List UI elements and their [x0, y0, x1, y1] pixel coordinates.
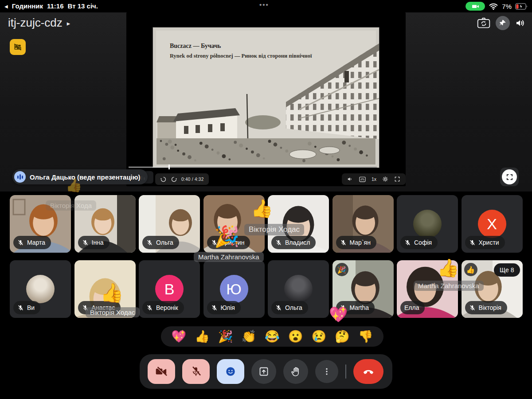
photo-avatar	[26, 275, 55, 303]
participant-row-1: Марта Інна Ольга Христин Владисл	[10, 195, 523, 253]
rewind-button[interactable]	[160, 176, 167, 183]
raise-hand-button[interactable]	[283, 359, 308, 384]
video-progress-bar[interactable]	[129, 167, 377, 168]
audio-activity-icon	[14, 171, 26, 183]
wifi-icon	[489, 3, 498, 10]
participant-name-pill: Веронік	[142, 301, 184, 314]
reaction-button[interactable]: 😢	[311, 331, 326, 343]
mic-muted-icon	[469, 305, 476, 311]
participant-tile-христи[interactable]: X Христи	[462, 195, 523, 253]
participant-tile-веронік[interactable]: В Веронік	[139, 260, 200, 318]
status-time: 11:16	[47, 2, 64, 10]
participant-tile-інна[interactable]: Інна	[74, 195, 136, 253]
reaction-button[interactable]: 💖	[171, 331, 186, 343]
participant-tile-ольга[interactable]: Ольга	[139, 195, 200, 253]
participant-tile-анастас[interactable]: Анастас	[74, 260, 136, 318]
participant-name: Ольга	[156, 239, 173, 246]
mic-off-button[interactable]	[182, 359, 210, 384]
participant-tile-ольга[interactable]: Ольга	[268, 260, 329, 318]
mic-muted-icon	[211, 239, 218, 246]
photo-avatar	[413, 210, 442, 238]
multitask-dots[interactable]: •••	[259, 1, 269, 8]
player-fullscreen-icon[interactable]	[394, 176, 400, 182]
participant-name-pill: Марта	[13, 236, 51, 249]
captions-icon[interactable]	[359, 176, 366, 182]
video-time: 0:40 / 4:32	[181, 177, 204, 182]
participant-name: Веронік	[156, 304, 178, 311]
participant-tile-христин[interactable]: Христин	[203, 195, 265, 253]
more-options-button[interactable]	[315, 360, 338, 383]
participant-name-pill: Владисл	[271, 236, 316, 249]
mic-muted-icon	[469, 239, 476, 246]
reaction-button[interactable]: 👏	[241, 331, 256, 343]
status-date: Вт 13 січ.	[68, 2, 98, 10]
letter-avatar: В	[155, 275, 184, 303]
playback-speed[interactable]: 1x	[372, 176, 376, 182]
participant-tile-софія[interactable]: Софія	[397, 195, 458, 253]
participant-name-pill: Ви	[13, 301, 40, 314]
photo-avatar	[284, 275, 313, 303]
reaction-button[interactable]: 👍	[195, 331, 210, 343]
participant-name: Анастас	[92, 304, 115, 311]
pin-icon	[499, 20, 506, 27]
postcard-caption-1: Buczacz — Бучачь	[170, 43, 221, 49]
participant-tile-владисл[interactable]: Владисл	[268, 195, 329, 253]
participant-tile-марта[interactable]: Марта	[10, 195, 71, 253]
share-screen-icon	[258, 366, 269, 377]
forward-button[interactable]	[171, 176, 177, 183]
reaction-button[interactable]: 😮	[288, 331, 303, 343]
meeting-code[interactable]: itj-zujc-cdz ▸	[8, 16, 70, 30]
mic-muted-icon	[17, 305, 24, 311]
participant-tile-martha[interactable]: 🎉 Martha	[332, 260, 394, 318]
battery-percent: 7%	[502, 3, 512, 10]
mic-muted-icon	[146, 239, 153, 246]
back-to-app-label[interactable]: Годинник	[12, 2, 43, 10]
participant-tile-юлія[interactable]: Ю Юлія	[203, 260, 265, 318]
camera-off-button[interactable]	[148, 359, 175, 384]
hand-icon	[290, 366, 301, 377]
postcard-caption-2: Rynek od strony północnej — Ринок від ст…	[170, 53, 312, 59]
mic-muted-icon	[404, 239, 411, 246]
status-bar: ◀ Годинник 11:16 Вт 13 січ. ••• 7%	[0, 0, 532, 12]
player-left-controls: 0:40 / 4:32	[155, 173, 209, 185]
reaction-button[interactable]: 😂	[265, 331, 280, 343]
participant-name: Марта	[27, 239, 45, 246]
volume-icon[interactable]	[347, 176, 353, 182]
meeting-code-text: itj-zujc-cdz	[8, 16, 63, 30]
camera-in-use-indicator	[466, 2, 485, 11]
present-screen-button[interactable]	[251, 359, 276, 384]
pin-button[interactable]	[496, 16, 510, 30]
grid-off-icon	[13, 43, 22, 51]
participant-name-pill: Мар`ян	[336, 236, 376, 249]
reaction-button[interactable]: 🎉	[218, 331, 233, 343]
reactions-bar: 💖👍🎉👏😂😮😢🤔👎	[161, 326, 383, 347]
reactions-button[interactable]	[217, 359, 244, 384]
videocam-off-icon	[156, 367, 167, 376]
video-scrubber[interactable]	[168, 164, 170, 169]
reaction-button[interactable]: 🤔	[335, 331, 350, 343]
reaction-button[interactable]: 👎	[358, 331, 373, 343]
participant-tile-елла[interactable]: Елла	[397, 260, 458, 318]
participant-tile-мар`ян[interactable]: Мар`ян	[332, 195, 394, 253]
more-vert-icon	[322, 367, 331, 376]
settings-gear-icon[interactable]	[382, 176, 388, 182]
mic-muted-icon	[146, 305, 153, 311]
speaker-button[interactable]	[515, 18, 526, 28]
participant-name-pill: Христин	[207, 236, 250, 249]
participant-name: Христин	[221, 239, 245, 246]
mic-muted-icon	[340, 239, 347, 246]
participant-name-pill: Інна	[78, 236, 110, 249]
participant-tile-вікторія[interactable]: 👍Ще 8 Вікторія	[462, 260, 523, 318]
back-to-app-arrow[interactable]: ◀	[4, 4, 8, 9]
participant-name: Елла	[404, 304, 419, 311]
letter-avatar: X	[478, 210, 506, 238]
end-call-button[interactable]	[353, 359, 383, 384]
more-participants-badge[interactable]: Ще 8	[494, 263, 520, 277]
flip-camera-button[interactable]	[477, 17, 490, 29]
grid-view-off-button[interactable]	[10, 39, 26, 55]
mic-muted-icon	[82, 305, 89, 311]
mic-muted-icon	[82, 239, 89, 246]
participant-tile-ви[interactable]: Ви	[10, 260, 71, 318]
expand-presentation-button[interactable]	[500, 168, 519, 186]
controls-divider	[345, 364, 346, 379]
